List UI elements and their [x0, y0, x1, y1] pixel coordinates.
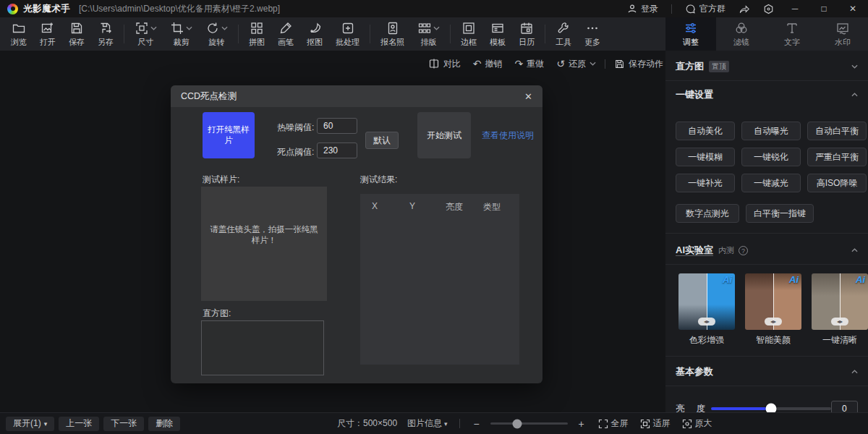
zoom-slider-handle[interactable] [513, 419, 522, 428]
dialog-histogram-box [201, 320, 324, 375]
crop-icon [170, 21, 184, 35]
browse-button[interactable]: 浏览 [4, 17, 33, 51]
save-as-button[interactable]: 另存 [91, 17, 120, 51]
digital-spot-meter-button[interactable]: 数字点测光 [676, 204, 739, 223]
chevron-down-icon[interactable] [186, 26, 192, 30]
image-info-dropdown[interactable]: 图片信息 ▾ [407, 417, 448, 430]
ai-lab-section-header[interactable]: AI实验室 内测 ? [665, 240, 868, 260]
more-button[interactable]: 更多 [578, 17, 607, 51]
default-button[interactable]: 默认 [365, 132, 399, 149]
save-action-button[interactable]: 保存动作 [610, 58, 667, 70]
dialog-title-bar[interactable]: CCD死点检测 ✕ [171, 85, 542, 107]
ai-card-smart-beauty[interactable]: Ai ◂▸ [745, 273, 801, 330]
border-button[interactable]: 边框 [454, 17, 483, 51]
id-photo-button[interactable]: 报名照 [374, 17, 411, 51]
open-button[interactable]: 打开 [33, 17, 62, 51]
calendar-button[interactable]: 日历 [512, 17, 541, 51]
card-label-color-enhance: 色彩增强 [678, 334, 735, 346]
crop-button[interactable]: 裁剪 [163, 17, 199, 51]
basic-params-section-header[interactable]: 基本参数 [665, 362, 868, 382]
sliders-icon [684, 21, 698, 35]
tab-filter[interactable]: 滤镜 [716, 17, 767, 51]
tab-watermark[interactable]: 水印 [817, 17, 868, 51]
one-key-section-header[interactable]: 一键设置 [665, 85, 868, 105]
auto-white-balance-button[interactable]: 自动白平衡 [807, 122, 867, 140]
tab-text[interactable]: 文字 [767, 17, 817, 51]
one-key-sharpen-button[interactable]: 一键锐化 [741, 148, 801, 166]
next-image-button[interactable]: 下一张 [103, 417, 144, 431]
ai-card-color-enhance[interactable]: Ai ◂▸ [678, 273, 735, 330]
one-key-fill-light-button[interactable]: 一键补光 [676, 174, 735, 192]
card-label-smart-beauty: 智能美颜 [745, 334, 801, 346]
open-black-sample-button[interactable]: 打开纯黑样片 [203, 112, 255, 158]
chevron-down-icon[interactable] [221, 26, 228, 30]
auto-exposure-button[interactable]: 自动曝光 [741, 122, 801, 140]
hot-noise-input[interactable] [317, 118, 357, 134]
original-size-button[interactable]: 原大 [682, 417, 712, 430]
auto-beautify-button[interactable]: 自动美化 [676, 122, 735, 140]
white-balance-one-touch-button[interactable]: 白平衡一指键 [746, 204, 814, 223]
chevron-down-icon[interactable] [150, 26, 157, 30]
before-after-slider-icon[interactable]: ◂▸ [765, 318, 782, 326]
ai-badge: Ai [723, 274, 732, 285]
delete-image-button[interactable]: 删除 [148, 417, 180, 431]
fullscreen-button[interactable]: 全屏 [598, 417, 629, 430]
start-test-button[interactable]: 开始测试 [417, 112, 471, 158]
chevron-up-icon[interactable] [851, 370, 858, 374]
close-button[interactable]: ✕ [845, 4, 861, 14]
severe-white-balance-button[interactable]: 严重白平衡 [807, 148, 867, 166]
official-group-button[interactable]: 官方群 [685, 3, 726, 15]
save-button[interactable]: 保存 [62, 17, 91, 51]
dialog-close-icon[interactable]: ✕ [524, 91, 532, 102]
chevron-down-icon[interactable] [851, 64, 858, 69]
rotate-button[interactable]: 旋转 [199, 17, 234, 51]
resize-button[interactable]: 尺寸 [128, 17, 163, 51]
adjust-panel: 直方图 置顶 一键设置 自动美化 自动曝光 自动白平衡 一键模糊 一键锐化 严重… [665, 51, 868, 434]
template-button[interactable]: 模板 [483, 17, 512, 51]
help-question-icon[interactable]: ? [739, 246, 748, 255]
resize-icon [135, 21, 149, 35]
brush-button[interactable]: 画笔 [271, 17, 300, 51]
expand-thumbnails-button[interactable]: 展开(1) ▾ [6, 417, 54, 431]
minimize-button[interactable]: ─ [787, 4, 803, 14]
redo-button[interactable]: ↷ 重做 [511, 58, 548, 70]
before-after-slider-icon[interactable]: ◂▸ [698, 318, 715, 326]
one-key-blur-button[interactable]: 一键模糊 [676, 148, 735, 166]
share-icon[interactable] [739, 4, 750, 14]
login-button[interactable]: 登录 [627, 3, 658, 15]
canvas-area: 对比 ↶ 撤销 ↷ 重做 ↺ 还原 保存动作 CCD死点检测 ✕ 打开纯黑样片 … [0, 51, 665, 412]
chevron-up-icon[interactable] [851, 248, 858, 252]
divider [665, 233, 868, 234]
result-label: 测试结果: [360, 174, 397, 186]
zoom-out-button[interactable]: − [472, 418, 482, 430]
fit-screen-button[interactable]: 适屏 [640, 417, 671, 430]
dead-pixel-input[interactable] [317, 142, 357, 158]
undo-button[interactable]: ↶ 撤销 [469, 58, 506, 70]
cutout-button[interactable]: 抠图 [300, 17, 329, 51]
compare-button[interactable]: 对比 [425, 58, 464, 70]
ccd-dead-pixel-dialog: CCD死点检测 ✕ 打开纯黑样片 热噪阈值: 死点阈值: 默认 开始测试 查看使… [171, 85, 542, 383]
batch-button[interactable]: 批处理 [329, 17, 366, 51]
brightness-slider[interactable] [711, 407, 830, 410]
high-iso-denoise-button[interactable]: 高ISO降噪 [807, 174, 867, 192]
histogram-section-header[interactable]: 直方图 置顶 [665, 56, 868, 77]
maximize-button[interactable]: □ [816, 4, 832, 14]
collage-button[interactable]: 拼图 [242, 17, 271, 51]
tab-adjust[interactable]: 调整 [665, 17, 716, 51]
divider [665, 386, 868, 386]
settings-gear-icon[interactable] [763, 4, 774, 14]
chevron-down-icon[interactable] [433, 26, 440, 30]
one-key-dim-light-button[interactable]: 一键减光 [741, 174, 801, 192]
zoom-slider[interactable] [490, 422, 568, 425]
restore-button[interactable]: ↺ 还原 [553, 58, 600, 70]
pin-badge: 置顶 [709, 61, 729, 72]
layout-button[interactable]: 排版 [411, 17, 446, 51]
chevron-up-icon[interactable] [851, 93, 858, 97]
previous-image-button[interactable]: 上一张 [59, 417, 99, 431]
usage-help-link[interactable]: 查看使用说明 [482, 129, 534, 142]
zoom-in-button[interactable]: + [576, 418, 587, 430]
ai-card-one-key-clarity[interactable]: Ai ◂▸ [812, 273, 868, 330]
tools-button[interactable]: 工具 [549, 17, 578, 51]
before-after-slider-icon[interactable]: ◂▸ [831, 318, 848, 326]
column-type: 类型 [483, 201, 519, 213]
